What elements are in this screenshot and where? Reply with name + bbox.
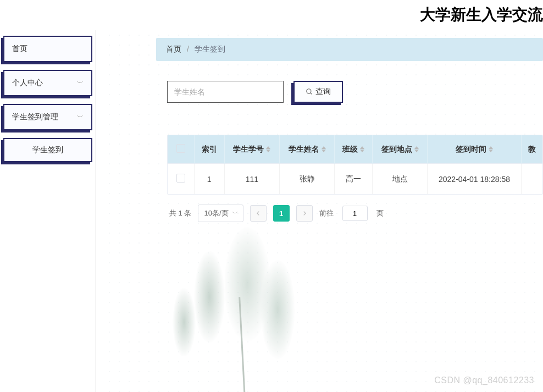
- query-button[interactable]: 查询: [293, 81, 343, 103]
- goto-prefix: 前往: [319, 208, 334, 218]
- cell-location: 地点: [373, 164, 428, 195]
- pagination: 共 1 条 10条/页 ﹀ 1 前往 页: [169, 205, 543, 222]
- page-size-select[interactable]: 10条/页 ﹀: [198, 205, 243, 222]
- goto-suffix: 页: [376, 208, 384, 218]
- goto-page-input[interactable]: [342, 206, 368, 221]
- svg-point-0: [307, 89, 311, 93]
- chevron-down-icon: ﹀: [232, 209, 239, 218]
- breadcrumb: 首页 / 学生签到: [156, 38, 543, 61]
- nav-checkin-mgmt[interactable]: 学生签到管理 ﹀: [3, 104, 92, 130]
- watermark: CSDN @qq_840612233: [434, 376, 534, 385]
- pagination-total: 共 1 条: [169, 208, 191, 218]
- student-name-input[interactable]: [167, 81, 284, 103]
- nav-home-label: 首页: [12, 44, 27, 54]
- col-extra[interactable]: 教: [521, 135, 542, 164]
- query-button-label: 查询: [315, 87, 331, 97]
- cell-student-name: 张静: [280, 164, 335, 195]
- chevron-left-icon: [256, 211, 261, 216]
- select-all-checkbox[interactable]: [176, 144, 185, 153]
- data-table: 索引 学生学号 学生姓名 班级 签到地点 签到时间 教 1 111 张静: [167, 135, 543, 195]
- col-location[interactable]: 签到地点: [373, 135, 428, 164]
- svg-line-1: [311, 93, 312, 95]
- table-row: 1 111 张静 高一 地点 2022-04-01 18:28:58: [168, 164, 542, 195]
- chevron-down-icon: ﹀: [77, 113, 84, 122]
- col-checkbox: [168, 135, 194, 164]
- sort-icon[interactable]: [266, 146, 270, 152]
- sort-icon[interactable]: [489, 146, 493, 152]
- table-header-row: 索引 学生学号 学生姓名 班级 签到地点 签到时间 教: [168, 135, 542, 164]
- col-class[interactable]: 班级: [335, 135, 373, 164]
- col-index[interactable]: 索引: [194, 135, 224, 164]
- cell-class: 高一: [335, 164, 373, 195]
- nav-checkin-label: 学生签到: [32, 145, 63, 155]
- cell-student-no: 111: [224, 164, 279, 195]
- col-student-name[interactable]: 学生姓名: [280, 135, 335, 164]
- nav-profile[interactable]: 个人中心 ﹀: [3, 70, 92, 96]
- nav-checkin-mgmt-label: 学生签到管理: [12, 112, 58, 122]
- breadcrumb-home[interactable]: 首页: [166, 45, 181, 53]
- main-area: 首页 / 学生签到 查询 索引 学生学号 学生姓名 班级: [104, 30, 543, 392]
- prev-page-button[interactable]: [250, 205, 267, 222]
- cell-time: 2022-04-01 18:28:58: [428, 164, 521, 195]
- sort-icon[interactable]: [322, 146, 326, 152]
- app-title: 大学新生入学交流: [420, 4, 543, 25]
- nav-profile-label: 个人中心: [12, 78, 43, 88]
- next-page-button[interactable]: [296, 205, 313, 222]
- cell-index: 1: [194, 164, 224, 195]
- page-number-current[interactable]: 1: [273, 205, 290, 222]
- sort-icon[interactable]: [360, 146, 364, 152]
- nav-checkin[interactable]: 学生签到: [3, 138, 92, 162]
- breadcrumb-separator: /: [187, 45, 189, 53]
- page-size-value: 10条/页: [204, 209, 228, 217]
- search-icon: [306, 88, 313, 96]
- nav-home[interactable]: 首页: [3, 36, 92, 62]
- sort-icon[interactable]: [414, 146, 419, 152]
- col-student-no[interactable]: 学生学号: [224, 135, 279, 164]
- sidebar: 首页 个人中心 ﹀ 学生签到管理 ﹀ 学生签到: [0, 30, 96, 392]
- content: 首页 / 学生签到 查询 索引 学生学号 学生姓名 班级: [104, 30, 543, 222]
- chevron-down-icon: ﹀: [77, 79, 84, 88]
- row-checkbox[interactable]: [176, 174, 185, 183]
- chevron-right-icon: [302, 211, 307, 216]
- col-time[interactable]: 签到时间: [428, 135, 521, 164]
- cell-extra: [521, 164, 542, 195]
- search-row: 查询: [167, 81, 543, 103]
- breadcrumb-current: 学生签到: [195, 45, 225, 53]
